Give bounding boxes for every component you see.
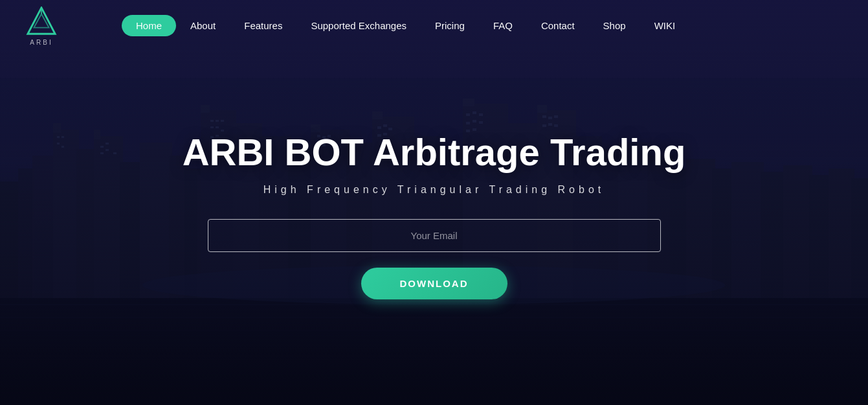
nav-item-features[interactable]: Features [230,20,296,32]
nav-item-home[interactable]: Home [122,20,176,32]
hero-title: ARBI BOT Arbitrage Trading [183,132,686,173]
nav-item-shop[interactable]: Shop [589,20,640,32]
nav-link-home[interactable]: Home [122,15,176,36]
navbar: ARBI Home About Features Supported Excha… [0,0,868,52]
logo-text: ARBI [30,39,52,46]
logo[interactable]: ARBI [26,6,57,46]
nav-item-exchanges[interactable]: Supported Exchanges [296,20,421,32]
nav-link-features[interactable]: Features [230,15,296,36]
nav-item-wiki[interactable]: WIKI [640,20,690,32]
hero-section: ARBI Home About Features Supported Excha… [0,0,868,405]
hero-subtitle: High Frequency Triangular Trading Robot [263,184,605,196]
nav-link-wiki[interactable]: WIKI [640,15,690,36]
nav-item-about[interactable]: About [176,20,230,32]
nav-link-shop[interactable]: Shop [589,15,640,36]
hero-content: ARBI BOT Arbitrage Trading High Frequenc… [0,52,868,405]
nav-link-about[interactable]: About [176,15,230,36]
nav-link-contact[interactable]: Contact [527,15,589,36]
logo-icon [26,6,57,38]
nav-link-faq[interactable]: FAQ [479,15,527,36]
nav-link-exchanges[interactable]: Supported Exchanges [296,15,421,36]
nav-item-faq[interactable]: FAQ [479,20,527,32]
email-input[interactable] [208,219,661,252]
email-input-wrapper [208,219,661,252]
download-button[interactable]: DOWNLOAD [361,268,507,299]
nav-link-pricing[interactable]: Pricing [421,15,479,36]
nav-links: Home About Features Supported Exchanges … [122,20,689,32]
nav-item-contact[interactable]: Contact [527,20,589,32]
nav-item-pricing[interactable]: Pricing [421,20,479,32]
